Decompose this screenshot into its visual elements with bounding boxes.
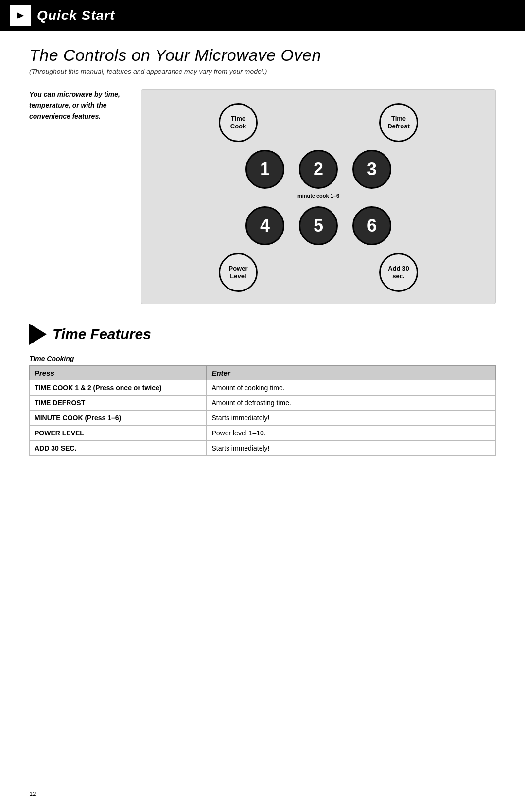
button-5[interactable]: 5: [299, 206, 338, 245]
button-1[interactable]: 1: [245, 150, 284, 189]
controls-description: You can microwave by time, temperature, …: [29, 89, 126, 304]
button-3[interactable]: 3: [352, 150, 391, 189]
table-cell-enter: Amount of defrosting time.: [207, 396, 496, 411]
table-cell-press: TIME DEFROST: [30, 396, 207, 411]
page-subtitle: (Throughout this manual, features and ap…: [29, 68, 496, 75]
header-title: Quick Start: [37, 8, 115, 23]
button-4[interactable]: 4: [245, 206, 284, 245]
time-features-section: Time Features Time Cooking Press Enter T…: [29, 324, 496, 456]
page-title: The Controls on Your Microwave Oven: [29, 46, 496, 65]
keypad-row-top: Time Cook Time Defrost: [165, 103, 472, 142]
table-header-enter: Enter: [207, 366, 496, 380]
header-bar: Quick Start: [0, 0, 525, 31]
table-cell-enter: Starts immediately!: [207, 441, 496, 456]
table-row: MINUTE COOK (Press 1–6)Starts immediatel…: [30, 411, 496, 426]
controls-layout: You can microwave by time, temperature, …: [29, 89, 496, 304]
power-level-button[interactable]: Power Level: [219, 253, 258, 292]
time-cook-button[interactable]: Time Cook: [219, 103, 258, 142]
keypad-row-123: 1 2 3: [245, 150, 391, 189]
keypad-row-bottom: Power Level Add 30 sec.: [165, 253, 472, 292]
time-defrost-label: Time Defrost: [387, 115, 410, 130]
table-row: ADD 30 SEC.Starts immediately!: [30, 441, 496, 456]
table-cell-enter: Starts immediately!: [207, 411, 496, 426]
table-cell-press: ADD 30 SEC.: [30, 441, 207, 456]
table-header-press: Press: [30, 366, 207, 380]
button-6[interactable]: 6: [352, 206, 391, 245]
add30-label: Add 30 sec.: [388, 265, 409, 280]
power-level-label: Power Level: [228, 265, 247, 280]
time-cook-label: Time Cook: [230, 115, 246, 130]
time-features-header: Time Features: [29, 324, 496, 345]
main-content: The Controls on Your Microwave Oven (Thr…: [0, 31, 525, 475]
minute-cook-label: minute cook 1–6: [298, 193, 339, 198]
time-features-title: Time Features: [52, 326, 151, 343]
keypad-row-456: 4 5 6: [245, 206, 391, 245]
keypad-panel: Time Cook Time Defrost 1 2 3: [141, 89, 496, 304]
table-row: TIME COOK 1 & 2 (Press once or twice)Amo…: [30, 380, 496, 396]
table-row: POWER LEVELPower level 1–10.: [30, 426, 496, 441]
button-2[interactable]: 2: [299, 150, 338, 189]
time-defrost-button[interactable]: Time Defrost: [379, 103, 418, 142]
time-cooking-label: Time Cooking: [29, 355, 496, 362]
table-cell-press: TIME COOK 1 & 2 (Press once or twice): [30, 380, 207, 396]
page-number: 12: [29, 790, 36, 797]
features-table: Press Enter TIME COOK 1 & 2 (Press once …: [29, 365, 496, 456]
logo-icon: [10, 5, 31, 26]
table-cell-press: MINUTE COOK (Press 1–6): [30, 411, 207, 426]
table-row: TIME DEFROSTAmount of defrosting time.: [30, 396, 496, 411]
section-arrow-icon: [29, 324, 47, 345]
table-cell-press: POWER LEVEL: [30, 426, 207, 441]
table-cell-enter: Amount of cooking time.: [207, 380, 496, 396]
add30-button[interactable]: Add 30 sec.: [379, 253, 418, 292]
table-header-row: Press Enter: [30, 366, 496, 380]
table-cell-enter: Power level 1–10.: [207, 426, 496, 441]
